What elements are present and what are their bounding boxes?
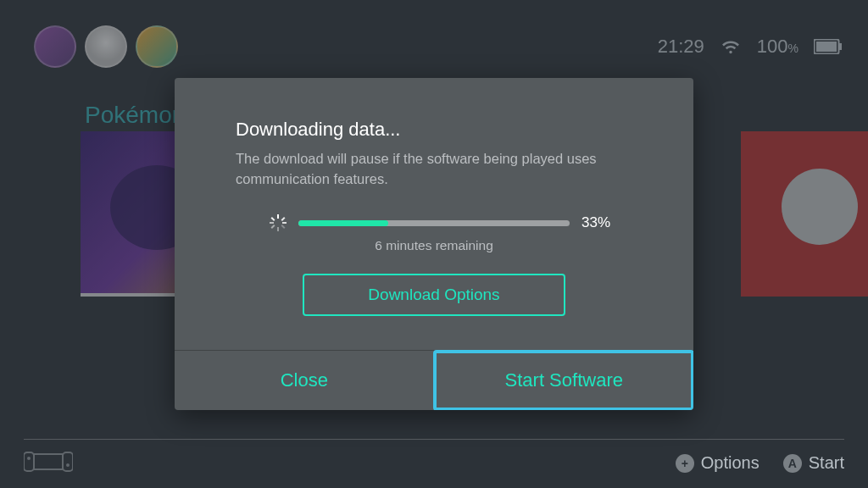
controller-icon	[24, 452, 73, 475]
bottom-actions: + Options A Start	[676, 453, 844, 473]
progress-remaining: 6 minutes remaining	[236, 238, 632, 253]
modal-overlay: Downloading data... The download will pa…	[0, 0, 868, 488]
start-label: Start	[809, 453, 844, 473]
svg-rect-6	[277, 227, 279, 231]
svg-rect-12	[281, 225, 286, 229]
svg-rect-14	[63, 452, 73, 471]
dialog-subtitle: The download will pause if the software …	[236, 149, 632, 190]
dialog-title: Downloading data...	[236, 119, 632, 141]
svg-rect-15	[34, 454, 63, 469]
start-software-button[interactable]: Start Software	[434, 351, 694, 410]
dialog-footer: Close Start Software	[175, 350, 693, 410]
a-button-icon: A	[783, 454, 802, 473]
svg-rect-9	[271, 217, 275, 221]
spinner-icon	[270, 214, 287, 231]
svg-rect-13	[24, 452, 34, 471]
start-hint[interactable]: A Start	[783, 453, 844, 473]
progress-row: 33%	[236, 214, 632, 231]
svg-rect-7	[270, 222, 274, 224]
bottom-bar: + Options A Start	[24, 439, 844, 480]
progress-percent-label: 33%	[581, 214, 610, 231]
download-dialog: Downloading data... The download will pa…	[175, 78, 693, 411]
progress-fill	[298, 220, 388, 226]
options-hint[interactable]: + Options	[676, 453, 760, 473]
svg-point-16	[27, 457, 31, 460]
svg-rect-10	[281, 217, 286, 221]
svg-rect-8	[282, 222, 287, 224]
svg-rect-11	[271, 225, 275, 229]
close-button[interactable]: Close	[175, 351, 434, 410]
plus-button-icon: +	[676, 454, 694, 473]
options-label: Options	[701, 453, 760, 473]
download-options-button[interactable]: Download Options	[303, 274, 565, 316]
progress-bar	[298, 220, 570, 226]
svg-point-17	[66, 463, 70, 467]
svg-rect-5	[277, 214, 279, 219]
